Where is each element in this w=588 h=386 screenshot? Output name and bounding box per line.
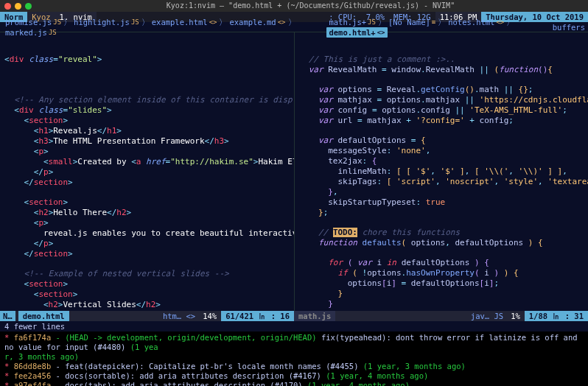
buffer-tab[interactable]: [No Name] ≡ (386, 17, 438, 27)
filetype-icon: JS (131, 17, 139, 27)
filetype-icon: JS (368, 17, 376, 27)
code-line: skipStartupTypeset: true (299, 197, 584, 208)
tabline-label: buffers (553, 22, 585, 32)
code-line: </p> (4, 167, 290, 178)
code-line: if ( !options.hasOwnProperty( i ) ) { (299, 268, 584, 278)
code-line (299, 218, 584, 228)
code-line: <!-- Any section element inside of this … (4, 95, 290, 105)
filename: demo.html (18, 311, 69, 321)
filetype-icon: ≡ (432, 17, 435, 27)
code-line: <!-- Example of nested vertical slides -… (4, 269, 290, 279)
pane-statusline: N… demo.html htm… <> 14% 61/421 ㏑ : 16 m… (0, 311, 588, 321)
tab-separator-icon: 〉 (438, 18, 446, 27)
tab-label: math.js+ (329, 17, 366, 27)
code-line: <h2>Vertical Slides</h2> (4, 300, 290, 310)
code-line: <p> (4, 147, 290, 157)
code-line: <h1>Reveal.js</h1> (4, 126, 290, 136)
code-line: skipTags: [ 'script', 'noscript', 'style… (299, 177, 584, 187)
left-pane-status: N… demo.html htm… <> 14% 61/421 ㏑ : 16 (0, 311, 294, 321)
tab-label: highlight.js (74, 17, 130, 27)
git-log-pane[interactable]: * fa6f174a - (HEAD -> development, origi… (0, 331, 588, 386)
git-log-entry[interactable]: * a97ef4fa - docs(tabs): add aria attrib… (4, 381, 584, 386)
git-log-entry[interactable]: * fa6f174a - (HEAD -> development, origi… (4, 333, 584, 362)
code-line: var options = Reveal.getConfig().math ||… (299, 85, 584, 95)
buffer-tab[interactable]: example.html <> (150, 17, 220, 27)
code-line: messageStyle: 'none', (299, 146, 584, 156)
code-line: <h2>Hello There</h2> (4, 208, 290, 218)
code-line: <h3>The HTML Presentation Framework</h3> (4, 136, 290, 147)
buffer-tab[interactable]: promise.js JS (3, 17, 63, 27)
code-line (4, 85, 290, 95)
code-line: <p>Slides can be nested inside of each o… (4, 310, 290, 311)
code-line: // This is just a comment :>.. (299, 55, 584, 65)
git-log-entry[interactable]: * 86dd8e8b - feat(datepicker): Capitaliz… (4, 362, 584, 371)
code-line: var mathjax = options.mathjax || 'https:… (299, 95, 584, 105)
tab-label: notes.html (448, 17, 494, 27)
window-titlebar: Kyoz:1:nvim — "demo.html + (~/Documents/… (0, 0, 588, 12)
git-log-entry[interactable]: * fee2a456 - docs(sortable): add aria at… (4, 371, 584, 381)
code-line: <section> (4, 116, 290, 126)
code-line (4, 188, 290, 197)
tab-label: promise.js (5, 17, 52, 27)
left-pane[interactable]: <div class="reveal"> <!-- Any section el… (0, 32, 295, 311)
buffer-tab[interactable]: notes.html <> (446, 17, 506, 27)
code-line: }, (299, 187, 584, 197)
mode-corner: N… (0, 311, 15, 321)
code-line: } (299, 309, 584, 311)
right-pane[interactable]: // This is just a comment :>.. var Revea… (295, 32, 589, 311)
filetype: htm… <> (160, 311, 198, 321)
code-line: </section> (4, 249, 290, 259)
percent: 1% (506, 311, 525, 321)
tab-label: example.md (229, 17, 276, 27)
code-line: </p> (4, 239, 290, 249)
minimize-icon[interactable] (15, 3, 21, 10)
code-line: inlineMath: [ [ '$', '$' ], [ '\\(', '\\… (299, 166, 584, 177)
tab-separator-icon: 〉 (506, 18, 514, 27)
tab-separator-icon: 〉 (63, 18, 71, 27)
tab-separator-icon: 〉 (141, 18, 150, 27)
code-line: <section> (4, 279, 290, 290)
code-line: var url = mathjax + '?config=' + config; (299, 116, 584, 126)
code-line: </section> (4, 178, 290, 188)
code-line: var defaultOptions = { (299, 136, 584, 146)
code-line: } (299, 299, 584, 309)
code-line: var RevealMath = window.RevealMath || (f… (299, 65, 584, 75)
code-line: } (299, 289, 584, 299)
code-line: var config = options.config || 'TeX-AMS_… (299, 105, 584, 116)
tab-label: [No Name] (388, 17, 430, 27)
percent: 14% (198, 311, 221, 321)
filetype-icon: <> (278, 17, 286, 27)
filetype-icon: <> (209, 17, 217, 27)
tab-separator-icon: 〉 (378, 18, 386, 27)
code-line: <div class="reveal"> (4, 55, 290, 65)
code-line: for ( var i in defaultOptions ) { (299, 258, 584, 268)
code-line: }; (299, 208, 584, 218)
code-line: reveal.js enables you to create beautifu… (4, 228, 290, 239)
buffer-tab[interactable]: highlight.js JS (71, 17, 141, 27)
cursor-pos: 61/421 ㏑ : 16 (221, 311, 294, 321)
code-line: tex2jax: { (299, 156, 584, 166)
cursor-pos: 1/88 ㏑ : 31 (525, 311, 588, 321)
tab-separator-icon: 〉 (219, 18, 227, 27)
buffer-tab[interactable]: example.md <> (227, 17, 287, 27)
filetype: jav… JS (468, 311, 506, 321)
buffer-tab[interactable]: math.js+ JS (326, 17, 377, 27)
code-line: <p> (4, 218, 290, 228)
right-pane-status: math.js jav… JS 1% 1/88 ㏑ : 31 (294, 311, 588, 321)
window-title: Kyoz:1:nvim — "demo.html + (~/Documents/… (38, 1, 584, 11)
code-line: function defaults( options, defaultOptio… (299, 238, 584, 248)
traffic-lights (4, 3, 32, 10)
code-line: options[i] = defaultOptions[i]; (299, 278, 584, 289)
editor-split: <div class="reveal"> <!-- Any section el… (0, 32, 588, 311)
tab-separator-icon: 〉 (288, 18, 296, 27)
code-line: <small>Created by <a href="http://hakim.… (4, 157, 290, 167)
maximize-icon[interactable] (25, 3, 32, 10)
code-line (4, 259, 290, 269)
close-icon[interactable] (4, 3, 11, 10)
code-line: <div class="slides"> (4, 105, 290, 116)
buffer-tabline: promise.js JS〉highlight.js JS〉example.ht… (0, 22, 588, 32)
message-line: 4 fewer lines (0, 321, 588, 331)
code-line: <section> (4, 290, 290, 300)
code-line (299, 248, 584, 258)
code-line: // TODO: chore this functions (299, 228, 584, 238)
